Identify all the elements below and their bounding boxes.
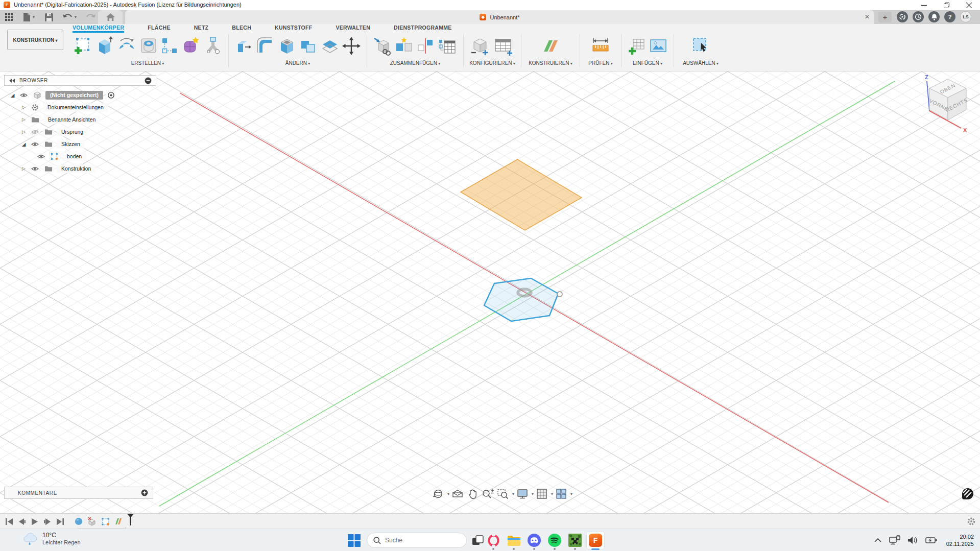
- help-icon[interactable]: ?: [944, 11, 955, 22]
- visibility-off-eye-icon[interactable]: [30, 128, 40, 136]
- group-label-konfigurieren[interactable]: KONFIGURIEREN: [468, 60, 516, 66]
- app-grid-menu-icon[interactable]: [3, 10, 15, 24]
- tab-kunststoff[interactable]: KUNSTSTOFF: [275, 25, 312, 33]
- taskbar-app-fusion[interactable]: F: [585, 529, 606, 551]
- group-label-aendern[interactable]: ÄNDERN: [233, 60, 362, 66]
- pipe-route-icon[interactable]: [202, 35, 224, 57]
- shell-icon[interactable]: [276, 35, 298, 57]
- expand-arrow-icon[interactable]: ▷: [20, 105, 27, 110]
- group-label-einfuegen[interactable]: EINFÜGEN: [626, 60, 669, 66]
- home-dashboard-button[interactable]: [98, 10, 123, 24]
- taskbar-search[interactable]: [367, 533, 467, 548]
- file-menu-icon[interactable]: ▼: [21, 10, 38, 24]
- move-icon[interactable]: [341, 35, 362, 57]
- expand-arrow-icon[interactable]: ▷: [20, 129, 27, 134]
- zoom-icon[interactable]: [481, 487, 495, 500]
- tree-row-boden[interactable]: boden: [4, 150, 156, 162]
- sketch-point[interactable]: [557, 292, 562, 297]
- corner-widget-badge[interactable]: [962, 488, 973, 499]
- zoom-window-icon[interactable]: [496, 487, 510, 500]
- group-label-pruefen[interactable]: PRÜFEN: [585, 60, 616, 66]
- job-status-icon[interactable]: [897, 11, 908, 22]
- step-forward-icon[interactable]: [43, 518, 52, 525]
- taskbar-app-file-explorer[interactable]: [504, 529, 524, 551]
- joint-table-icon[interactable]: [436, 35, 459, 57]
- expand-arrow-icon[interactable]: ◢: [20, 141, 27, 147]
- expand-comments-icon[interactable]: [141, 489, 148, 496]
- tree-label[interactable]: Skizzen: [57, 140, 85, 149]
- tab-dienstprogramme[interactable]: DIENSTPROGRAMME: [394, 25, 452, 33]
- restore-button[interactable]: [935, 0, 958, 10]
- select-icon[interactable]: [690, 35, 711, 57]
- group-label-zusammenfuegen[interactable]: ZUSAMMENFÜGEN: [372, 60, 459, 66]
- timeline-component-error-icon[interactable]: [87, 517, 97, 526]
- new-tab-button[interactable]: +: [878, 12, 892, 22]
- tree-row-root[interactable]: ◢ (Nicht gespeichert): [4, 89, 156, 101]
- visibility-eye-icon[interactable]: [30, 165, 40, 173]
- viewports-icon[interactable]: [555, 487, 568, 500]
- tree-label[interactable]: Ursprung: [57, 128, 88, 136]
- fillet-icon[interactable]: [255, 35, 276, 57]
- skip-to-end-icon[interactable]: [56, 518, 64, 525]
- battery-charging-icon[interactable]: [922, 536, 941, 544]
- tree-label[interactable]: Benannte Ansichten: [43, 115, 100, 124]
- windows-start-button[interactable]: [348, 534, 361, 549]
- timeline-origin-ball[interactable]: [75, 517, 83, 525]
- recent-documents-icon[interactable]: [913, 11, 924, 22]
- tab-volumenkoerper[interactable]: VOLUMENKÖRPER: [73, 25, 124, 33]
- configuration-table-icon[interactable]: [492, 35, 516, 57]
- pan-icon[interactable]: [466, 487, 479, 500]
- extrude-icon[interactable]: [94, 35, 115, 57]
- tree-label[interactable]: boden: [62, 152, 86, 161]
- dropdown-caret[interactable]: ▾: [447, 492, 449, 496]
- activate-component-radio[interactable]: [106, 90, 116, 100]
- timeline-sketch-icon[interactable]: [101, 517, 110, 526]
- minimize-button[interactable]: [913, 0, 935, 10]
- taskbar-app-discord[interactable]: [524, 529, 544, 551]
- taskbar-clock[interactable]: 20:02 02.11.2025: [941, 533, 980, 547]
- visibility-eye-icon[interactable]: [18, 91, 29, 99]
- task-view-icon[interactable]: [471, 534, 484, 549]
- close-button[interactable]: [958, 0, 980, 10]
- expand-arrow-icon[interactable]: ▷: [20, 166, 27, 171]
- skip-to-start-icon[interactable]: [5, 518, 13, 525]
- comments-panel[interactable]: KOMMENTARE: [4, 487, 153, 499]
- create-form-icon[interactable]: [180, 35, 202, 57]
- network-icon[interactable]: [886, 535, 904, 545]
- combine-icon[interactable]: [298, 35, 319, 57]
- display-settings-icon[interactable]: [516, 488, 529, 500]
- visibility-eye-icon[interactable]: [30, 140, 40, 148]
- search-input[interactable]: [385, 537, 451, 544]
- tree-row-dokumenteinstellungen[interactable]: ▷ Dokumenteinstellungen: [4, 101, 156, 113]
- tree-row-benannte-ansichten[interactable]: ▷ Benannte Ansichten: [4, 113, 156, 126]
- timeline-playhead[interactable]: [127, 514, 134, 526]
- dropdown-caret[interactable]: ▾: [532, 492, 534, 496]
- tree-label-root[interactable]: (Nicht gespeichert): [45, 91, 103, 100]
- play-icon[interactable]: [31, 518, 39, 525]
- document-tab-close-icon[interactable]: ✕: [865, 13, 870, 20]
- joint-icon[interactable]: [393, 35, 415, 57]
- tree-row-skizzen[interactable]: ◢ Skizzen: [4, 138, 156, 150]
- insert-derive-icon[interactable]: [626, 35, 648, 57]
- view-cube[interactable]: OBEN VORNE RECHTS Z X: [918, 73, 978, 133]
- tree-label[interactable]: Dokumenteinstellungen: [43, 103, 108, 112]
- taskbar-app-opera-gx[interactable]: [483, 529, 504, 551]
- orbit-icon[interactable]: [432, 487, 445, 500]
- collapse-panel-icon[interactable]: [9, 78, 15, 83]
- user-avatar[interactable]: LS: [960, 11, 971, 22]
- step-back-icon[interactable]: [18, 518, 26, 525]
- tree-label[interactable]: Konstruktion: [57, 164, 95, 173]
- konstruktion-dropdown-button[interactable]: KONSTRUKTION: [7, 30, 63, 50]
- configuration-icon[interactable]: [468, 35, 492, 57]
- press-pull-icon[interactable]: [233, 35, 255, 57]
- tab-blech[interactable]: BLECH: [232, 25, 251, 33]
- undo-icon[interactable]: ▼: [60, 10, 80, 24]
- expand-arrow-icon[interactable]: ◢: [9, 92, 16, 98]
- visibility-eye-icon[interactable]: [36, 153, 46, 160]
- insert-canvas-icon[interactable]: [648, 35, 669, 57]
- new-component-icon[interactable]: [372, 35, 393, 57]
- tray-chevron-up-icon[interactable]: [870, 537, 886, 543]
- tab-verwalten[interactable]: VERWALTEN: [336, 25, 370, 33]
- document-tab[interactable]: ◆ Unbenannt* ✕: [125, 10, 874, 24]
- dropdown-caret[interactable]: ▾: [551, 492, 553, 496]
